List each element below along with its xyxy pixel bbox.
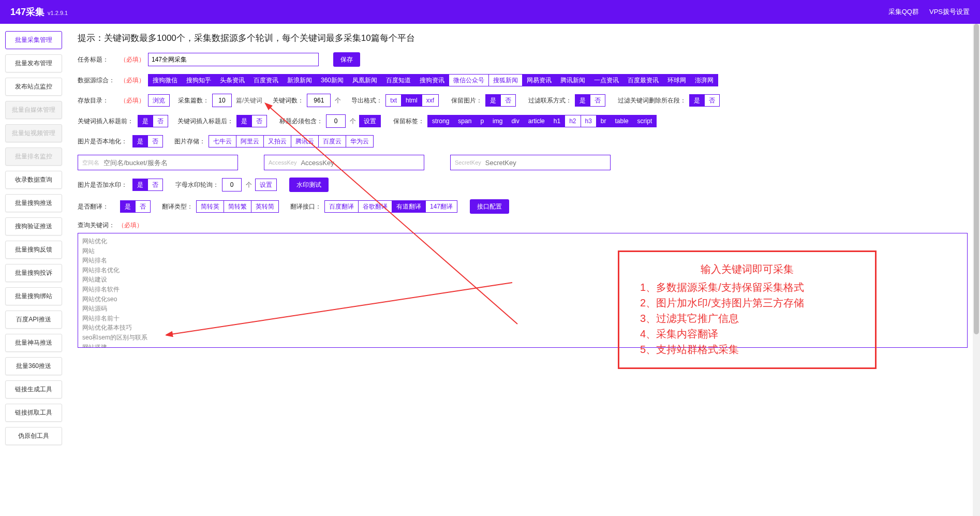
sidebar-item-13[interactable]: 批量神马推送	[5, 334, 62, 352]
sidebar-item-10[interactable]: 批量搜狗投诉	[5, 264, 62, 282]
kw-before-yes[interactable]: 是	[138, 115, 153, 127]
imgstores-opt-0[interactable]: 七牛云	[209, 135, 236, 148]
sidebar-item-14[interactable]: 批量360推送	[5, 357, 62, 375]
sources-opt-1[interactable]: 搜狗知乎	[182, 74, 216, 86]
sidebar-item-7[interactable]: 批量搜狗推送	[5, 194, 62, 212]
keeptags-opt-8[interactable]: h3	[581, 115, 597, 127]
sources-opt-8[interactable]: 搜狗资讯	[415, 74, 449, 86]
sources-opt-5[interactable]: 360新闻	[317, 74, 348, 86]
scrollbar-thumb[interactable]	[974, 24, 979, 334]
sidebar-item-6[interactable]: 收录数据查询	[5, 171, 62, 189]
keeptags-opt-7[interactable]: h2	[565, 115, 581, 127]
sidebar-item-17[interactable]: 伪原创工具	[5, 427, 62, 445]
space-input[interactable]	[103, 159, 233, 167]
link-vps[interactable]: VPS拨号设置	[929, 7, 970, 17]
sources-opt-10[interactable]: 搜狐新闻	[489, 74, 523, 86]
kw-count-input[interactable]	[307, 94, 331, 107]
is-trans-no[interactable]: 否	[136, 200, 151, 213]
scrollbar[interactable]	[973, 24, 980, 452]
sources-opt-12[interactable]: 腾讯新闻	[556, 74, 590, 86]
filter-kw-del-yes[interactable]: 是	[689, 94, 705, 107]
transtypes-opt-0[interactable]: 简转英	[196, 200, 224, 213]
imgstores-opt-2[interactable]: 又拍云	[264, 135, 291, 148]
keywords-textarea[interactable]: 网站优化 网站 网站排名 网站排名优化 网站建设 网站排名软件 网站优化seo …	[78, 233, 968, 348]
accesskey-input[interactable]	[301, 159, 420, 167]
transtypes-opt-2[interactable]: 英转简	[251, 200, 279, 213]
keeptags-opt-4[interactable]: div	[507, 115, 524, 127]
sidebar-item-8[interactable]: 搜狗验证推送	[5, 217, 62, 235]
transapis-opt-1[interactable]: 谷歌翻译	[359, 200, 392, 213]
sources-opt-2[interactable]: 头条资讯	[216, 74, 249, 86]
transapis-opt-0[interactable]: 百度翻译	[324, 200, 359, 213]
imgstores-opt-5[interactable]: 华为云	[346, 135, 374, 148]
sidebar-item-15[interactable]: 链接生成工具	[5, 380, 62, 399]
sidebar-item-12[interactable]: 百度API推送	[5, 311, 62, 329]
exportfmt-opt-2[interactable]: xxf	[422, 94, 439, 107]
keeptags-opt-0[interactable]: strong	[427, 115, 454, 127]
kw-before-no[interactable]: 否	[153, 115, 168, 127]
exportfmt-opt-1[interactable]: html	[402, 94, 422, 107]
link-qq[interactable]: 采集QQ群	[888, 7, 919, 17]
filter-kw-del-no[interactable]: 否	[705, 94, 720, 107]
accesskey-input-wrap[interactable]: AccessKey	[264, 155, 424, 170]
api-cfg-button[interactable]: 接口配置	[470, 199, 509, 214]
collect-num-input[interactable]	[212, 94, 232, 107]
keeptags-opt-3[interactable]: img	[488, 115, 507, 127]
keeptags-opt-9[interactable]: br	[597, 115, 611, 127]
title-set-button[interactable]: 设置	[359, 115, 381, 127]
is-trans-yes[interactable]: 是	[120, 200, 136, 213]
sidebar-item-2[interactable]: 发布站点监控	[5, 78, 62, 96]
keeptags-opt-10[interactable]: table	[611, 115, 633, 127]
filter-contact-yes[interactable]: 是	[575, 94, 590, 107]
sources-opt-4[interactable]: 新浪新闻	[283, 74, 317, 86]
img-wm-no[interactable]: 否	[148, 179, 163, 191]
transtypes-opt-1[interactable]: 简转繁	[224, 200, 251, 213]
img-wm-yes[interactable]: 是	[132, 179, 148, 191]
sources-opt-3[interactable]: 百度资讯	[249, 74, 283, 86]
keep-img-yes[interactable]: 是	[485, 94, 501, 107]
kw-after-yes[interactable]: 是	[236, 115, 252, 127]
img-local-no[interactable]: 否	[148, 135, 163, 148]
sources-opt-0[interactable]: 搜狗微信	[148, 74, 182, 86]
imgstores-opt-1[interactable]: 阿里云	[236, 135, 264, 148]
rotate-set-button[interactable]: 设置	[255, 179, 277, 191]
transapis-opt-3[interactable]: 147翻译	[426, 200, 457, 213]
keeptags-opt-2[interactable]: p	[476, 115, 488, 127]
keeptags-opt-1[interactable]: span	[454, 115, 476, 127]
sources-opt-14[interactable]: 百度最资讯	[623, 74, 663, 86]
wm-test-button[interactable]: 水印测试	[289, 178, 329, 192]
rotate-input[interactable]	[222, 178, 242, 191]
transapis-opt-2[interactable]: 有道翻译	[392, 200, 426, 213]
save-button[interactable]: 保存	[333, 52, 360, 67]
keeptags-opt-11[interactable]: script	[633, 115, 657, 127]
secretkey-input-wrap[interactable]: SecretKey	[450, 155, 611, 170]
imgstores-opt-3[interactable]: 腾讯云	[291, 135, 319, 148]
label-is-trans: 是否翻译：	[78, 202, 117, 211]
secretkey-input[interactable]	[485, 159, 606, 167]
browse-button[interactable]: 浏览	[148, 94, 170, 107]
sidebar-item-16[interactable]: 链接抓取工具	[5, 404, 62, 422]
keep-img-no[interactable]: 否	[501, 94, 516, 107]
sources-opt-13[interactable]: 一点资讯	[590, 74, 623, 86]
sources-opt-15[interactable]: 环球网	[663, 74, 691, 86]
task-title-input[interactable]	[148, 53, 319, 66]
kw-after-no[interactable]: 否	[252, 115, 267, 127]
title-must-input[interactable]	[326, 114, 346, 128]
sidebar-item-1[interactable]: 批量发布管理	[5, 54, 62, 72]
sources-opt-7[interactable]: 百度知道	[382, 74, 415, 86]
sources-opt-11[interactable]: 网易资讯	[523, 74, 556, 86]
sources-opt-6[interactable]: 凤凰新闻	[348, 74, 382, 86]
sidebar-item-11[interactable]: 批量搜狗绑站	[5, 287, 62, 305]
sidebar-item-9[interactable]: 批量搜狗反馈	[5, 241, 62, 259]
main-panel: 提示：关键词数最多1000个，采集数据源多个轮训，每个关键词最多采集10篇每个平…	[67, 24, 980, 452]
filter-contact-no[interactable]: 否	[590, 94, 605, 107]
keeptags-opt-6[interactable]: h1	[550, 115, 565, 127]
imgstores-opt-4[interactable]: 百度云	[319, 135, 346, 148]
space-input-wrap[interactable]: 空间名	[78, 155, 238, 170]
sources-opt-16[interactable]: 澎湃网	[691, 74, 718, 86]
img-local-yes[interactable]: 是	[132, 135, 148, 148]
sidebar-item-0[interactable]: 批量采集管理	[5, 31, 62, 49]
exportfmt-opt-0[interactable]: txt	[385, 94, 402, 107]
keeptags-opt-5[interactable]: article	[524, 115, 550, 127]
sources-opt-9[interactable]: 微信公众号	[449, 74, 489, 86]
